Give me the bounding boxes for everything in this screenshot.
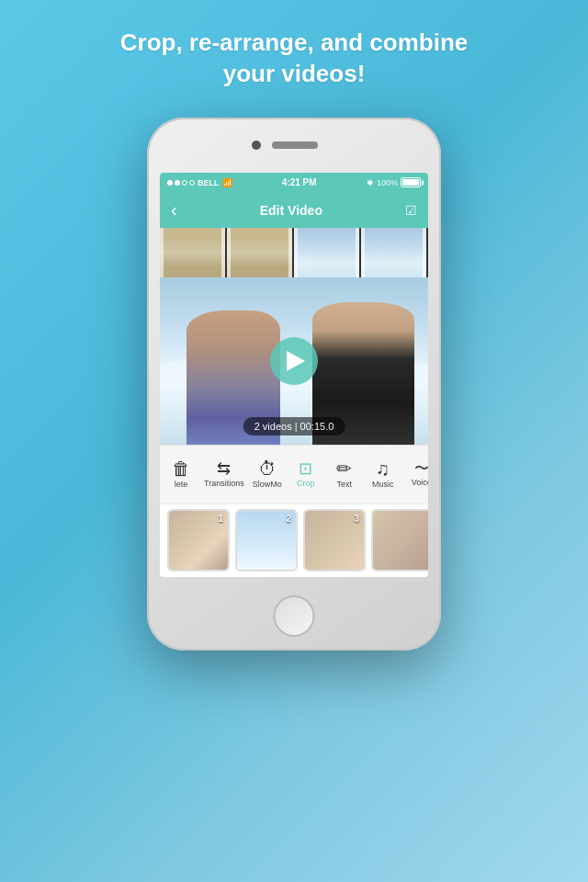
signal-dot-3: [182, 180, 187, 186]
phone-top: [147, 118, 441, 173]
nav-title: Edit Video: [260, 203, 322, 218]
thumbnail-strip: 1 2 3 +: [160, 503, 428, 577]
tool-voice[interactable]: 〜 Voice: [402, 458, 428, 491]
thumb-number-2: 2: [286, 514, 291, 524]
film-clip-1[interactable]: [160, 228, 227, 277]
music-label: Music: [372, 480, 394, 489]
film-border-right-3: [356, 228, 359, 277]
voice-label: Voice: [412, 478, 428, 487]
phone-camera: [252, 141, 261, 150]
film-border-left-4: [361, 228, 365, 277]
film-clip-4-bg: [361, 228, 426, 277]
toolbar: 🗑 lete ⇆ Transitions ⏱ SlowMo ⊡ Crop ✏: [160, 445, 428, 503]
wifi-icon: 📶: [222, 178, 232, 187]
signal-dot-4: [189, 180, 195, 186]
crop-icon: ⊡: [299, 460, 312, 477]
phone-device: BELL 📶 4:21 PM ✱ 100% ‹ Edit Video ☑: [147, 118, 441, 650]
thumb-bg-4: [373, 511, 428, 570]
film-border-right-1: [221, 228, 225, 277]
status-right: ✱ 100%: [367, 177, 421, 187]
thumb-number-3: 3: [354, 514, 359, 524]
video-content: 2 videos | 00:15.0: [160, 277, 428, 445]
status-time: 4:21 PM: [282, 177, 317, 187]
carrier-label: BELL: [198, 178, 220, 187]
filmstrip: [160, 228, 428, 277]
tool-text[interactable]: ✏ Text: [325, 456, 364, 492]
tool-music[interactable]: ♫ Music: [364, 456, 402, 492]
film-border-left-3: [294, 228, 298, 277]
battery-indicator: [401, 177, 421, 187]
transitions-icon: ⇆: [217, 460, 231, 477]
thumb-item-4[interactable]: [371, 509, 428, 571]
nav-bar: ‹ Edit Video ☑: [160, 193, 428, 228]
phone-screen: BELL 📶 4:21 PM ✱ 100% ‹ Edit Video ☑: [160, 173, 428, 577]
voice-icon: 〜: [414, 461, 428, 476]
slowmo-icon: ⏱: [258, 459, 277, 478]
thumb-item-1[interactable]: 1: [167, 509, 230, 571]
header-line2: your videos!: [223, 60, 366, 87]
film-clip-4[interactable]: [361, 228, 428, 277]
play-icon: [287, 351, 305, 371]
film-border-left-2: [227, 228, 231, 277]
text-icon: ✏: [336, 459, 352, 478]
film-border-left-1: [160, 228, 164, 277]
film-clip-2-bg: [227, 228, 292, 277]
battery-percent: 100%: [377, 178, 398, 187]
tool-transitions[interactable]: ⇆ Transitions: [200, 457, 248, 492]
video-info-label: 2 videos | 00:15.0: [254, 421, 334, 432]
phone-wrapper: BELL 📶 4:21 PM ✱ 100% ‹ Edit Video ☑: [0, 108, 588, 650]
film-clip-1-bg: [160, 228, 225, 277]
header-text: Crop, re-arrange, and combine your video…: [0, 0, 588, 108]
play-button[interactable]: [270, 337, 318, 385]
video-area[interactable]: 2 videos | 00:15.0: [160, 277, 428, 445]
signal-dot-2: [175, 180, 180, 186]
film-clip-3[interactable]: [294, 228, 361, 277]
crop-label: Crop: [297, 479, 315, 488]
bluetooth-icon: ✱: [367, 178, 374, 187]
tool-slowmo[interactable]: ⏱ SlowMo: [248, 456, 287, 492]
status-bar: BELL 📶 4:21 PM ✱ 100%: [160, 173, 428, 193]
film-border-right-4: [423, 228, 426, 277]
signal-dot-1: [167, 180, 173, 186]
video-info-overlay: 2 videos | 00:15.0: [243, 417, 345, 435]
thumb-item-3[interactable]: 3: [303, 509, 366, 571]
tool-crop[interactable]: ⊡ Crop: [287, 457, 325, 492]
music-icon: ♫: [376, 459, 390, 478]
phone-home-button[interactable]: [274, 595, 315, 637]
signal-dots: [167, 180, 195, 186]
battery-fill: [402, 179, 419, 186]
film-clip-2[interactable]: [227, 228, 294, 277]
text-label: Text: [336, 480, 352, 489]
phone-speaker: [272, 141, 318, 149]
transitions-label: Transitions: [204, 479, 244, 488]
film-border-right-2: [288, 228, 292, 277]
back-button[interactable]: ‹: [171, 199, 177, 220]
delete-label: lete: [175, 480, 188, 489]
film-clip-3-bg: [294, 228, 359, 277]
thumb-item-2[interactable]: 2: [235, 509, 298, 571]
delete-icon: 🗑: [172, 459, 190, 478]
status-left: BELL 📶: [167, 178, 232, 187]
tool-delete[interactable]: 🗑 lete: [162, 456, 200, 492]
slowmo-label: SlowMo: [253, 480, 282, 489]
header-line1: Crop, re-arrange, and combine: [120, 28, 469, 56]
thumb-number-1: 1: [218, 514, 223, 524]
check-button[interactable]: ☑: [405, 203, 417, 218]
